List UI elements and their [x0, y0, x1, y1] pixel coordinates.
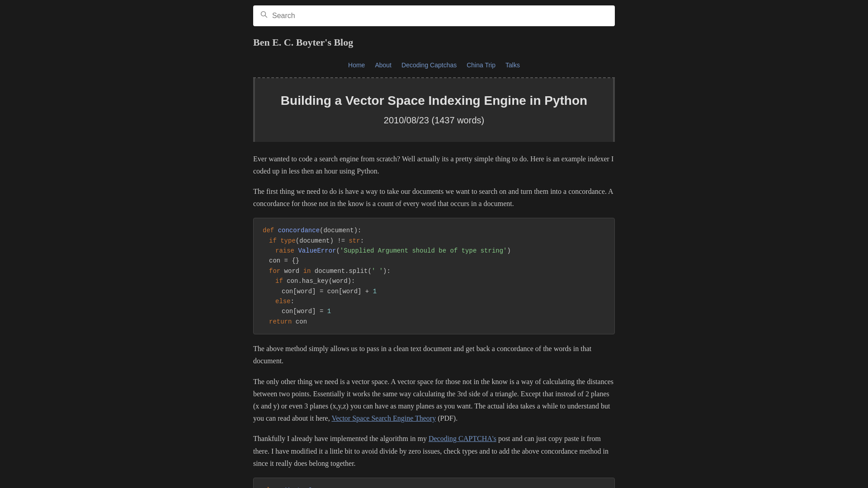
nav-china-trip[interactable]: China Trip [463, 59, 499, 71]
paragraph-4: The only other thing we need is a vector… [253, 375, 615, 425]
search-input[interactable] [272, 12, 608, 20]
paragraph-5: Thankfully I already have implemented th… [253, 432, 615, 469]
pdf-suffix: (PDF). [436, 414, 458, 422]
nav-decoding-captchas[interactable]: Decoding Captchas [398, 59, 460, 71]
nav-home[interactable]: Home [344, 59, 368, 71]
blog-header: Ben E. C. Boyter's Blog [253, 34, 615, 55]
post-title: Building a Vector Space Indexing Engine … [264, 93, 604, 109]
nav-about[interactable]: About [371, 59, 395, 71]
svg-line-1 [265, 16, 267, 18]
blog-title: Ben E. C. Boyter's Blog [253, 34, 615, 50]
content-area: Building a Vector Space Indexing Engine … [253, 77, 615, 488]
navigation: Home About Decoding Captchas China Trip … [344, 59, 524, 71]
intro-paragraph-2: The first thing we need to do is have a … [253, 185, 615, 210]
paragraph-3: The above method simply allows us to pas… [253, 343, 615, 367]
nav-talks[interactable]: Talks [502, 59, 524, 71]
article-body: Ever wanted to code a search engine from… [253, 153, 615, 488]
search-bar [253, 5, 615, 26]
search-bar-container [253, 5, 615, 26]
post-meta: 2010/08/23 (1437 words) [264, 113, 604, 127]
search-icon [260, 10, 268, 22]
decoding-captcha-link[interactable]: Decoding CAPTCHA's [429, 435, 496, 442]
vector-space-link[interactable]: Vector Space Search Engine Theory [331, 414, 436, 422]
intro-paragraph-1: Ever wanted to code a search engine from… [253, 153, 615, 177]
code-block-2: class VectorCompare: def magnitude(self,… [253, 478, 615, 488]
post-header: Building a Vector Space Indexing Engine … [253, 78, 615, 141]
code-block-1: def concordance(document): if type(docum… [253, 218, 615, 334]
